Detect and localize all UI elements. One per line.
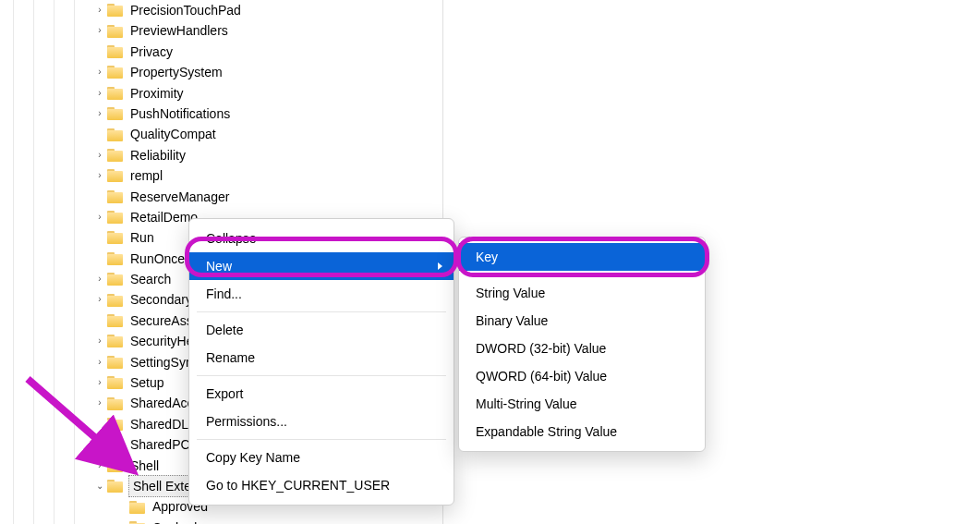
menu-item[interactable]: Go to HKEY_CURRENT_USER bbox=[189, 471, 454, 499]
folder-icon bbox=[107, 4, 123, 17]
menu-separator bbox=[197, 439, 446, 440]
tree-item-label: RunOnce bbox=[128, 249, 187, 269]
tree-item-label: Reliability bbox=[128, 145, 188, 165]
expand-icon: · bbox=[115, 496, 129, 517]
tree-item-label: PushNotifications bbox=[128, 104, 232, 124]
expand-icon[interactable]: › bbox=[92, 165, 107, 186]
tree-item-label: PrecisionTouchPad bbox=[128, 0, 243, 20]
folder-icon bbox=[107, 66, 123, 79]
menu-item[interactable]: Binary Value bbox=[459, 307, 705, 335]
expand-icon[interactable]: › bbox=[92, 289, 107, 310]
folder-icon bbox=[107, 438, 123, 451]
menu-separator bbox=[197, 311, 446, 312]
menu-item[interactable]: DWORD (32-bit) Value bbox=[459, 335, 705, 362]
tree-item-label: Privacy bbox=[128, 42, 175, 62]
menu-separator bbox=[197, 375, 446, 376]
expand-icon[interactable]: › bbox=[92, 145, 107, 165]
tree-item[interactable]: ›PrecisionTouchPad bbox=[0, 0, 442, 20]
menu-item[interactable]: Rename bbox=[189, 344, 454, 372]
tree-item-label: Setup bbox=[128, 372, 166, 393]
expand-icon[interactable]: › bbox=[92, 331, 107, 351]
collapse-icon[interactable]: ⌄ bbox=[92, 476, 107, 496]
expand-icon: · bbox=[92, 227, 107, 248]
folder-icon bbox=[107, 128, 123, 141]
menu-item[interactable]: Collapse bbox=[189, 225, 454, 252]
tree-item-label: Run bbox=[128, 227, 156, 248]
folder-icon bbox=[107, 87, 123, 100]
expand-icon: · bbox=[92, 249, 107, 269]
expand-icon: · bbox=[92, 124, 107, 144]
folder-icon bbox=[107, 294, 123, 307]
tree-item[interactable]: ·Cached bbox=[0, 518, 442, 524]
tree-item-label: Proximity bbox=[128, 83, 186, 104]
expand-icon: · bbox=[92, 414, 107, 434]
tree-item[interactable]: ·ReserveManager bbox=[0, 187, 442, 207]
folder-icon bbox=[107, 335, 123, 347]
menu-item[interactable]: Copy Key Name bbox=[189, 444, 454, 471]
menu-item[interactable]: Multi-String Value bbox=[459, 390, 705, 418]
tree-item[interactable]: ›Proximity bbox=[0, 83, 442, 104]
expand-icon[interactable]: › bbox=[92, 352, 107, 372]
expand-icon[interactable]: › bbox=[92, 20, 107, 41]
folder-icon bbox=[107, 459, 123, 472]
tree-item-label: Cached bbox=[151, 518, 199, 524]
folder-icon bbox=[107, 169, 123, 182]
tree-item-label: Search bbox=[128, 269, 173, 289]
folder-icon bbox=[107, 376, 123, 389]
folder-icon bbox=[107, 356, 123, 369]
tree-item-label: PreviewHandlers bbox=[128, 20, 230, 41]
tree-item[interactable]: ›PreviewHandlers bbox=[0, 20, 442, 41]
tree-item[interactable]: ›Reliability bbox=[0, 145, 442, 165]
tree-item-label: rempl bbox=[128, 165, 164, 186]
tree-item-label: PropertySystem bbox=[128, 62, 224, 82]
folder-icon bbox=[107, 107, 123, 120]
menu-item[interactable]: QWORD (64-bit) Value bbox=[459, 362, 705, 390]
folder-icon bbox=[107, 45, 123, 58]
menu-item[interactable]: New bbox=[189, 252, 454, 280]
expand-icon[interactable]: › bbox=[92, 0, 107, 20]
folder-icon bbox=[107, 211, 123, 224]
expand-icon[interactable]: › bbox=[92, 372, 107, 393]
expand-icon[interactable]: › bbox=[92, 83, 107, 104]
menu-item[interactable]: Delete bbox=[189, 316, 454, 344]
folder-icon bbox=[107, 314, 123, 327]
tree-item[interactable]: ›PushNotifications bbox=[0, 104, 442, 124]
menu-item[interactable]: Export bbox=[189, 380, 454, 408]
menu-item[interactable]: Find... bbox=[189, 280, 454, 308]
folder-icon bbox=[107, 25, 123, 38]
tree-item-label: QualityCompat bbox=[128, 124, 218, 144]
tree-item[interactable]: ›PropertySystem bbox=[0, 62, 442, 82]
expand-icon: · bbox=[115, 518, 129, 524]
expand-icon: · bbox=[92, 42, 107, 62]
folder-icon bbox=[129, 501, 145, 514]
context-menu[interactable]: CollapseNewFind...DeleteRenameExportPerm… bbox=[188, 218, 454, 506]
expand-icon[interactable]: › bbox=[92, 393, 107, 413]
menu-item[interactable]: String Value bbox=[459, 279, 705, 307]
folder-icon bbox=[107, 418, 123, 431]
menu-item[interactable]: Permissions... bbox=[189, 408, 454, 435]
menu-item[interactable]: Expandable String Value bbox=[459, 418, 705, 445]
tree-item-label: Shell bbox=[128, 456, 161, 476]
folder-icon bbox=[107, 149, 123, 162]
folder-icon bbox=[107, 231, 123, 244]
tree-item[interactable]: ·QualityCompat bbox=[0, 124, 442, 144]
folder-icon bbox=[107, 252, 123, 265]
new-submenu[interactable]: KeyString ValueBinary ValueDWORD (32-bit… bbox=[458, 237, 706, 452]
folder-icon bbox=[107, 190, 123, 203]
tree-item[interactable]: ·Privacy bbox=[0, 42, 442, 62]
menu-separator bbox=[466, 274, 697, 275]
menu-item[interactable]: Key bbox=[459, 243, 705, 271]
expand-icon[interactable]: › bbox=[92, 434, 107, 455]
expand-icon[interactable]: › bbox=[92, 62, 107, 82]
tree-item[interactable]: ›rempl bbox=[0, 165, 442, 186]
folder-icon bbox=[107, 480, 123, 493]
folder-icon bbox=[107, 397, 123, 410]
tree-item-label: ReserveManager bbox=[128, 187, 231, 207]
expand-icon[interactable]: › bbox=[92, 269, 107, 289]
expand-icon: · bbox=[92, 187, 107, 207]
expand-icon[interactable]: › bbox=[92, 456, 107, 476]
expand-icon[interactable]: › bbox=[92, 207, 107, 227]
expand-icon: · bbox=[92, 311, 107, 331]
folder-icon bbox=[107, 273, 123, 286]
expand-icon[interactable]: › bbox=[92, 104, 107, 124]
